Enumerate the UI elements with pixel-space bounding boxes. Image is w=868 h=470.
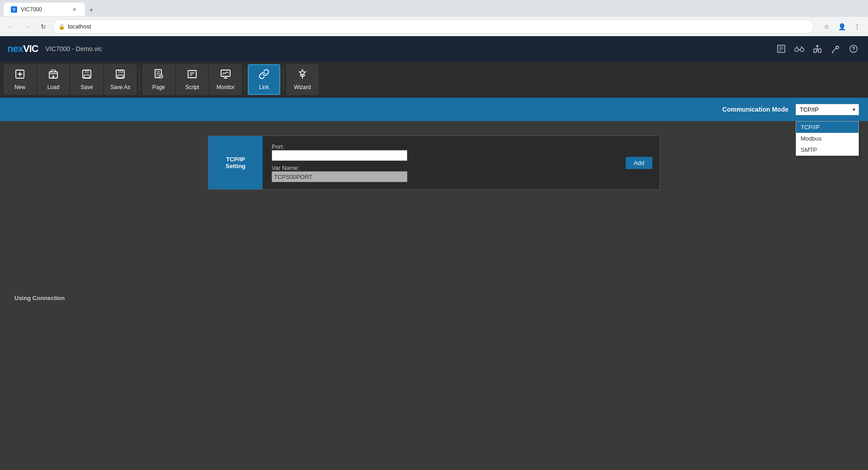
- comm-section: Communication Mode TCP/IP Modbus SMTP ▼: [0, 98, 868, 121]
- menu-button[interactable]: ⋮: [850, 19, 864, 34]
- setting-card-label: TCP/IP Setting: [208, 136, 263, 189]
- svg-point-5: [800, 48, 804, 52]
- monitor-icon: [220, 69, 231, 82]
- link-icon: [259, 69, 269, 82]
- export-icon[interactable]: [810, 42, 825, 56]
- setting-fields: Port: Var Name:: [263, 136, 618, 189]
- svg-point-4: [795, 48, 798, 52]
- page-label: Page: [152, 84, 165, 90]
- new-tab-button[interactable]: +: [85, 4, 98, 16]
- comm-dropdown-menu: TCP/IP Modbus SMTP: [796, 121, 859, 156]
- toolbar-separator-1: [139, 68, 140, 91]
- profile-button[interactable]: 👤: [835, 19, 849, 34]
- browser-nav-bar: ← → ↻ 🔒 localhost ☆ 👤 ⋮: [0, 16, 868, 36]
- lock-icon: 🔒: [58, 24, 65, 30]
- monitor-button[interactable]: Monitor: [209, 64, 242, 95]
- app-header: nexVIC VIC7000 - Demo.vic: [0, 36, 868, 61]
- comm-select-wrapper: TCP/IP Modbus SMTP ▼: [796, 104, 859, 115]
- bookmark-button[interactable]: ☆: [819, 19, 834, 34]
- binoculars-icon[interactable]: [792, 42, 807, 56]
- script-icon: [187, 69, 198, 82]
- save-label: Save: [80, 84, 93, 90]
- tcpip-label-line2: Setting: [226, 163, 245, 169]
- logo-vic: VIC: [23, 43, 38, 54]
- save-as-label: Save As: [110, 84, 130, 90]
- svg-text:+: +: [122, 70, 123, 74]
- monitor-label: Monitor: [217, 84, 235, 90]
- svg-rect-24: [118, 75, 123, 78]
- svg-rect-9: [814, 49, 816, 52]
- help-icon[interactable]: [846, 42, 861, 56]
- comm-option-smtp[interactable]: SMTP: [796, 144, 859, 155]
- tools-icon[interactable]: [828, 42, 843, 56]
- tcpip-setting-card: TCP/IP Setting Port: Var Name:: [208, 136, 660, 190]
- toolbar: New Load Save + Save As: [0, 61, 868, 98]
- page-button[interactable]: Page: [142, 64, 175, 95]
- svg-rect-10: [818, 49, 821, 52]
- address-text: localhost: [68, 23, 808, 30]
- add-col: Add: [618, 136, 660, 189]
- wizard-icon: [297, 69, 308, 82]
- load-button[interactable]: Load: [37, 64, 70, 95]
- link-button[interactable]: Link: [248, 64, 280, 95]
- header-icons: [774, 42, 861, 56]
- tab-favicon: V: [11, 6, 17, 13]
- using-connection-label: Using Connection: [7, 287, 861, 309]
- comm-dropdown: TCP/IP Modbus SMTP: [796, 121, 859, 156]
- svg-line-7: [797, 46, 797, 48]
- var-name-label: Var Name:: [272, 164, 609, 171]
- port-label: Port:: [272, 143, 609, 150]
- port-input[interactable]: [272, 150, 407, 161]
- save-as-button[interactable]: + Save As: [104, 64, 137, 95]
- new-icon: [14, 69, 25, 82]
- app-title: VIC7000 - Demo.vic: [46, 45, 102, 52]
- forward-button[interactable]: →: [20, 19, 34, 34]
- svg-point-13: [853, 51, 854, 52]
- svg-line-8: [801, 46, 802, 48]
- logo-prefix: nex: [7, 43, 23, 54]
- wizard-button[interactable]: Wizard: [286, 64, 319, 95]
- load-label: Load: [47, 84, 60, 90]
- comm-header: Communication Mode TCP/IP Modbus SMTP ▼: [0, 98, 868, 121]
- script-button[interactable]: Script: [176, 64, 208, 95]
- browser-tab-bar: V VIC7000 ✕ +: [0, 0, 868, 16]
- script-label: Script: [185, 84, 199, 90]
- svg-rect-21: [84, 75, 90, 78]
- comm-option-modbus[interactable]: Modbus: [796, 133, 859, 144]
- browser-tab[interactable]: V VIC7000 ✕: [4, 3, 85, 16]
- tab-close-button[interactable]: ✕: [71, 6, 78, 13]
- add-button[interactable]: Add: [626, 157, 652, 169]
- back-button[interactable]: ←: [4, 19, 18, 34]
- address-bar[interactable]: 🔒 localhost: [52, 19, 814, 34]
- comm-mode-label: Communication Mode: [722, 106, 788, 113]
- save-as-icon: +: [115, 69, 126, 82]
- page-icon: [153, 69, 164, 82]
- save-icon: [81, 69, 92, 82]
- svg-rect-20: [85, 70, 89, 73]
- link-label: Link: [259, 84, 269, 90]
- wizard-label: Wizard: [294, 84, 311, 90]
- tab-title: VIC7000: [21, 6, 42, 13]
- load-icon: [48, 69, 59, 82]
- save-button[interactable]: Save: [71, 64, 103, 95]
- log-icon[interactable]: [774, 42, 788, 56]
- comm-mode-select[interactable]: TCP/IP Modbus SMTP: [796, 104, 859, 115]
- new-label: New: [14, 84, 25, 90]
- reload-button[interactable]: ↻: [36, 19, 51, 34]
- var-name-input[interactable]: [272, 171, 407, 182]
- logo-text: nexVIC: [7, 43, 38, 55]
- toolbar-separator-3: [283, 68, 283, 91]
- toolbar-separator-2: [245, 68, 245, 91]
- comm-option-tcpip[interactable]: TCP/IP: [796, 122, 859, 133]
- app-logo: nexVIC: [7, 43, 38, 55]
- tcpip-label-line1: TCP/IP: [226, 156, 245, 163]
- new-button[interactable]: New: [4, 64, 36, 95]
